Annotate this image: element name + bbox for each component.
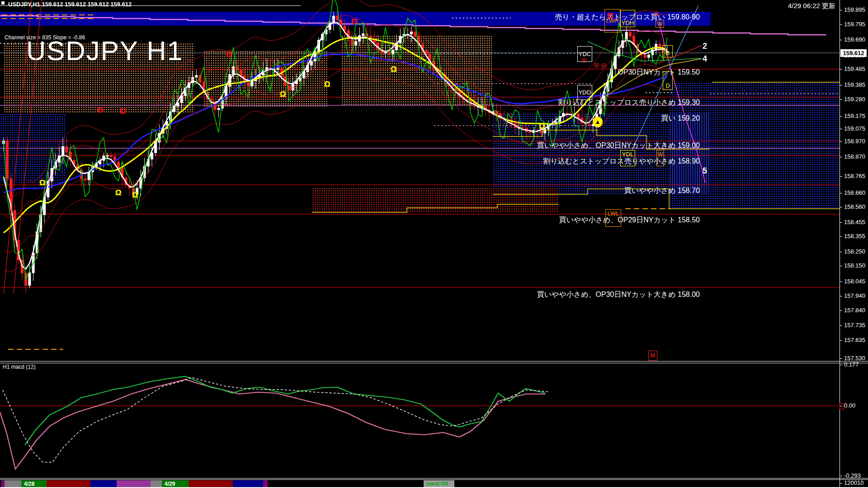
ring-marker-icon: ◎ bbox=[494, 109, 500, 116]
axis-tick bbox=[840, 325, 842, 326]
timeline-separator-top bbox=[0, 478, 868, 479]
pivot-box-d: D bbox=[662, 45, 673, 57]
timeline-segment bbox=[90, 480, 117, 487]
axis-tick-label: 0.00 bbox=[844, 402, 855, 409]
axis-tick bbox=[840, 40, 842, 40]
pivot-box-ydo: YDO bbox=[577, 85, 592, 100]
axis-tick-label: 158.970 bbox=[844, 138, 865, 145]
channel-info-label: Channel size = 835 Slope = -0.86 bbox=[5, 34, 85, 41]
macd-toggle-label[interactable]: macd ON bbox=[426, 481, 448, 486]
pivot-label-w: W bbox=[657, 151, 663, 158]
axis-tick-label: 159.175 bbox=[844, 113, 865, 119]
buy-signal-icon: Ω bbox=[39, 179, 46, 187]
pivot-label-w: W bbox=[657, 20, 662, 27]
ring-marker-icon: ◎ bbox=[594, 61, 599, 68]
pivot-box-ydh: YDH bbox=[620, 10, 635, 27]
ring-marker-icon: ◎ bbox=[601, 62, 606, 68]
axis-tick-label: 158.150 bbox=[844, 262, 865, 269]
timeline-segment bbox=[233, 480, 263, 487]
timeline-strip[interactable]: 4/284/29macd ON bbox=[0, 480, 840, 487]
pivot-box-lwl: LWL bbox=[605, 209, 621, 227]
axis-tick bbox=[840, 141, 842, 142]
pivot-label-ydl: YDL bbox=[622, 151, 633, 158]
axis-tick bbox=[840, 483, 842, 483]
axis-tick bbox=[840, 266, 842, 266]
pivot-box-m: M bbox=[648, 351, 657, 361]
axis-tick-label: 157.940 bbox=[844, 292, 865, 299]
axis-tick-label: 159.075 bbox=[844, 125, 865, 132]
axis-tick-label: 159.385 bbox=[844, 81, 865, 88]
sell-signal-icon: Ω bbox=[120, 107, 126, 115]
axis-tick bbox=[840, 10, 842, 10]
axis-tick-label: 159.485 bbox=[844, 66, 865, 72]
axis-tick bbox=[840, 85, 842, 85]
axis-tick-label: 158.660 bbox=[844, 189, 865, 196]
timeline-segment bbox=[47, 480, 90, 487]
axis-tick bbox=[840, 236, 842, 237]
buy-signal-icon: Ω bbox=[115, 189, 122, 197]
axis-line bbox=[840, 0, 840, 488]
timeline-date-label: 4/28 bbox=[24, 481, 34, 487]
timeline-separator-bottom bbox=[0, 479, 868, 480]
buy-signal-icon: Ω bbox=[280, 90, 286, 98]
axis-tick-label: 157.735 bbox=[844, 322, 865, 328]
buy-signal-icon: Ω bbox=[132, 191, 138, 199]
pivot-box-ydl: YDL bbox=[620, 150, 635, 166]
sell-signal-icon: Ω bbox=[607, 12, 613, 19]
ring-marker-icon: ◎ bbox=[514, 121, 519, 127]
axis-tick bbox=[840, 252, 842, 252]
timeline-date-label: 4/29 bbox=[165, 481, 175, 487]
macd-pane-label: H1 macd (12) bbox=[3, 364, 36, 370]
axis-tick-label: 159.895 bbox=[844, 6, 865, 13]
strong-buy-arrow-icon: ▲ bbox=[593, 117, 603, 127]
axis-tick-label: 158.455 bbox=[844, 219, 865, 225]
axis-tick-label: 157.635 bbox=[844, 337, 865, 343]
pane-separator-top[interactable] bbox=[0, 361, 868, 361]
pivot-label-d: D bbox=[665, 82, 670, 89]
axis-tick bbox=[840, 340, 842, 341]
axis-tick bbox=[840, 24, 842, 25]
axis-tick-label: 157.840 bbox=[844, 307, 865, 314]
axis-tick-label: 158.765 bbox=[844, 173, 865, 179]
pane-separator-bottom bbox=[0, 363, 868, 363]
timeline-segment bbox=[117, 480, 151, 487]
order-annotation: OP30日NYカット 159.50 bbox=[618, 68, 700, 77]
quote-ticker: USDJPY,H1 159.612 159.612 159.612 159.61… bbox=[8, 1, 132, 8]
order-annotation: 買いやや小さめ、OP29日NYカット 158.50 bbox=[559, 216, 700, 225]
sell-signal-icon: Ω bbox=[97, 106, 104, 113]
pivot-label-lwl: LWL bbox=[608, 210, 619, 217]
axis-tick-label: -0.293 bbox=[844, 472, 861, 479]
axis-tick bbox=[840, 282, 842, 282]
order-annotation: 買いやや小さめ、OP30日NYカット大きめ 159.00 bbox=[537, 141, 700, 150]
order-annotation: 買いやや小さめ 158.70 bbox=[624, 186, 700, 196]
axis-tick bbox=[840, 476, 842, 476]
pivot-label-ydh: YDH bbox=[622, 19, 634, 26]
axis-tick-label: 158.870 bbox=[844, 153, 865, 160]
axis-tick bbox=[840, 310, 842, 311]
axis-tick bbox=[840, 358, 842, 359]
pivot-box-w: W bbox=[656, 20, 664, 28]
buy-signal-icon: Ω bbox=[324, 80, 330, 88]
pivot-box-d: D bbox=[663, 71, 673, 90]
axis-tick bbox=[840, 99, 842, 100]
sell-signal-icon: Ω bbox=[351, 18, 358, 25]
current-price-tag: 159.612 bbox=[840, 49, 867, 57]
axis-tick-label: 0.177 bbox=[844, 361, 859, 368]
ring-marker-icon: ◎ bbox=[581, 56, 587, 63]
timeline-segment bbox=[189, 480, 233, 487]
axis-tick-label: 158.560 bbox=[844, 203, 865, 210]
axis-tick bbox=[840, 129, 842, 129]
overlay-layer: 売り・超えたらストップロス買い 159.80-90OP30日NYカット 159.… bbox=[0, 0, 868, 488]
ring-marker-icon: ◎ bbox=[654, 10, 659, 16]
pivot-label-ydo: YDO bbox=[578, 89, 591, 96]
axis-tick-label: 120010 bbox=[844, 479, 863, 486]
axis-tick-label: 157.530 bbox=[844, 355, 865, 361]
axis-tick bbox=[840, 296, 842, 296]
buy-signal-icon: Ω bbox=[539, 122, 545, 130]
update-timestamp: 4/29 06:22 更新 bbox=[788, 2, 835, 10]
wave-count-4: 4 bbox=[703, 54, 707, 64]
pivot-label-d: D bbox=[665, 50, 670, 56]
axis-tick bbox=[840, 69, 842, 70]
wave-count-5: 5 bbox=[703, 166, 707, 176]
axis-tick bbox=[840, 176, 842, 177]
